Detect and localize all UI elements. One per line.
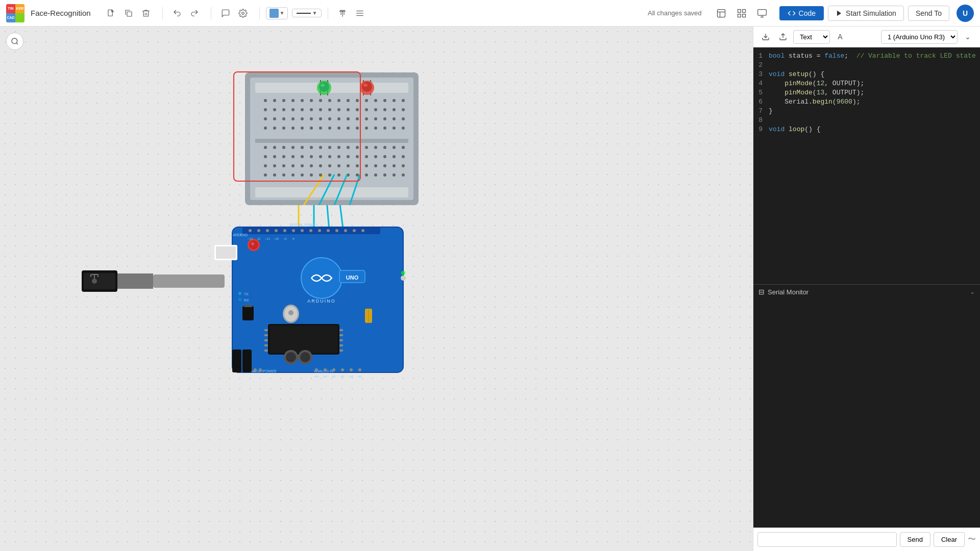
board-selector[interactable]: 1 (Arduino Uno R3) — [881, 30, 958, 44]
svg-point-46 — [282, 108, 285, 111]
serial-monitor-icon: ⊟ — [758, 288, 765, 296]
svg-point-109 — [273, 155, 276, 158]
send-button[interactable]: Send — [900, 532, 930, 547]
align-button[interactable] — [352, 5, 368, 21]
svg-point-146 — [319, 173, 322, 177]
svg-point-259 — [92, 279, 97, 284]
svg-text:~11: ~11 — [265, 237, 271, 240]
svg-point-187 — [266, 229, 269, 232]
svg-point-250 — [286, 352, 296, 362]
svg-text:GND: GND — [240, 233, 248, 237]
code-button[interactable]: Code — [779, 6, 824, 20]
svg-rect-26 — [255, 187, 408, 197]
svg-point-71 — [365, 117, 368, 120]
svg-point-111 — [291, 155, 295, 158]
svg-point-33 — [310, 99, 313, 102]
svg-point-152 — [374, 173, 377, 177]
svg-point-57 — [383, 108, 386, 111]
svg-point-92 — [264, 146, 267, 149]
color-picker[interactable]: ▼ — [266, 7, 288, 19]
svg-point-123 — [402, 155, 405, 158]
svg-point-74 — [393, 117, 396, 120]
svg-rect-215 — [264, 349, 268, 352]
panel-icon-2[interactable] — [732, 4, 751, 22]
font-selector[interactable]: Text — [793, 30, 830, 44]
svg-point-35 — [328, 99, 331, 102]
svg-point-44 — [264, 108, 267, 111]
svg-point-40 — [374, 99, 377, 102]
svg-rect-210 — [270, 325, 338, 353]
project-name: Face-Recognition — [31, 9, 91, 17]
send-to-label: Send To — [916, 9, 942, 17]
avatar[interactable]: U — [957, 5, 974, 22]
svg-point-131 — [328, 164, 331, 167]
redo-button[interactable] — [186, 5, 203, 21]
svg-point-83 — [328, 127, 331, 130]
code-editor[interactable]: 1 bool status = false; // Variable to tr… — [753, 47, 980, 284]
svg-point-142 — [282, 173, 285, 177]
panel-upload-btn[interactable] — [776, 30, 790, 44]
svg-rect-220 — [339, 349, 343, 352]
svg-point-97 — [310, 146, 313, 149]
svg-point-186 — [257, 229, 260, 232]
delete-button[interactable] — [138, 5, 154, 21]
code-line-4: 4 pinMode(12, OUTPUT); — [753, 79, 980, 88]
panel-download-btn[interactable] — [758, 30, 773, 44]
svg-point-148 — [337, 173, 340, 177]
svg-point-160 — [321, 84, 325, 87]
svg-point-37 — [347, 99, 350, 102]
settings-button[interactable] — [235, 5, 251, 21]
svg-point-108 — [264, 155, 267, 158]
panel-icon-1[interactable] — [712, 4, 730, 22]
svg-point-87 — [365, 127, 368, 130]
svg-point-178 — [251, 242, 254, 245]
panel-expand-btn[interactable]: ⌄ — [961, 30, 975, 44]
panel-icon-3[interactable] — [753, 4, 771, 22]
line-picker[interactable]: ▼ — [292, 9, 322, 17]
svg-point-47 — [291, 108, 295, 111]
svg-point-174 — [401, 276, 406, 281]
svg-rect-27 — [255, 139, 408, 143]
main-area: UNO ARDUINO DIGITAL (PWM~) ~13 12 ~11 ~1… — [0, 27, 980, 551]
undo-button[interactable] — [169, 5, 185, 21]
svg-point-81 — [310, 127, 313, 130]
svg-point-229 — [350, 368, 353, 371]
svg-point-31 — [291, 99, 295, 102]
svg-point-59 — [402, 108, 405, 111]
svg-point-54 — [356, 108, 359, 111]
logo-bl: CAD — [6, 13, 15, 22]
svg-rect-219 — [339, 344, 343, 346]
svg-point-140 — [264, 173, 267, 177]
comment-button[interactable] — [217, 5, 234, 21]
svg-point-119 — [365, 155, 368, 158]
svg-point-63 — [291, 117, 295, 120]
svg-point-34 — [319, 99, 322, 102]
svg-point-95 — [291, 146, 295, 149]
canvas-area[interactable]: UNO ARDUINO DIGITAL (PWM~) ~13 12 ~11 ~1… — [0, 27, 753, 551]
svg-point-138 — [393, 164, 396, 167]
topbar: TIN KER CAD Face-Recognition — [0, 0, 980, 27]
svg-point-118 — [356, 155, 359, 158]
zoom-control[interactable] — [6, 33, 23, 50]
send-to-button[interactable]: Send To — [908, 6, 949, 21]
svg-point-127 — [291, 164, 295, 167]
svg-point-194 — [327, 229, 330, 232]
svg-point-77 — [273, 127, 276, 130]
serial-monitor[interactable]: ⊟ Serial Monitor ⌄ — [753, 284, 980, 299]
copy-button[interactable] — [120, 5, 137, 21]
svg-text:~13: ~13 — [248, 237, 253, 240]
start-simulation-button[interactable]: Start Simulation — [828, 6, 904, 21]
mirror-button[interactable] — [334, 5, 351, 21]
svg-point-126 — [282, 164, 285, 167]
clear-button[interactable]: Clear — [934, 532, 965, 547]
svg-text:A2: A2 — [332, 375, 336, 378]
svg-rect-9 — [738, 9, 741, 12]
svg-point-143 — [291, 173, 295, 177]
panel-toolbar: Text A 1 (Arduino Uno R3) ⌄ — [753, 27, 980, 47]
text-format-btn[interactable]: A — [833, 30, 847, 44]
new-button[interactable] — [103, 5, 119, 21]
arduino-board: UNO ARDUINO DIGITAL (PWM~) ~13 12 ~11 ~1… — [212, 222, 406, 382]
history-tools — [169, 5, 203, 21]
serial-input-field[interactable] — [757, 532, 897, 547]
serial-output-area — [753, 299, 980, 528]
